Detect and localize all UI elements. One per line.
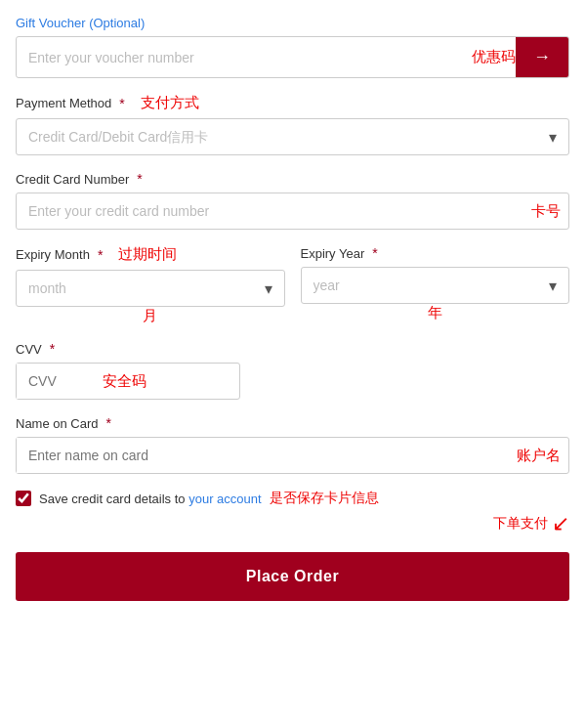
arrow-icon: ↙	[552, 511, 569, 536]
credit-card-number-label: Credit Card Number	[16, 172, 129, 187]
cvv-label: CVV	[16, 342, 42, 357]
expiry-year-wrapper: year 202420252026 202720282029 203020312…	[301, 267, 570, 322]
voucher-submit-button[interactable]: →	[516, 37, 568, 77]
name-on-card-section: Name on Card * 账户名	[16, 415, 569, 474]
expiry-year-label: Expiry Year	[301, 246, 365, 261]
payment-method-section: Payment Method * 支付方式 Credit Card/Debit …	[16, 94, 569, 155]
expiry-month-required: *	[98, 247, 103, 263]
gift-voucher-input[interactable]	[17, 40, 464, 75]
expiry-month-cn-note: 月	[16, 307, 285, 325]
expiry-year-select[interactable]: year 202420252026 202720282029 203020312…	[302, 268, 569, 303]
place-order-cn-label: 下单支付	[493, 515, 548, 533]
expiry-month-label-row: Expiry Month * 过期时间	[16, 245, 285, 264]
expiry-month-select[interactable]: month 010203 040506 070809 101112	[17, 271, 284, 306]
cvv-input-wrapper: 安全码	[16, 363, 240, 400]
place-order-button[interactable]: Place Order	[16, 552, 569, 601]
gift-voucher-cn-label: 优惠码	[472, 48, 516, 66]
cvv-required: *	[50, 341, 55, 357]
gift-voucher-input-row: 优惠码 →	[16, 36, 569, 78]
gift-voucher-optional: (Optional)	[89, 16, 145, 30]
payment-method-select-wrapper: Credit Card/Debit Card信用卡 PayPal Bank Tr…	[16, 118, 569, 155]
save-card-section: Save credit card details to your account…	[16, 490, 569, 536]
gift-voucher-title: Gift Voucher (Optional)	[16, 16, 569, 30]
save-card-label: Save credit card details to your account	[39, 492, 262, 506]
name-on-card-required: *	[106, 415, 111, 431]
expiry-month-label: Expiry Month	[16, 247, 90, 262]
save-card-cn-label: 是否保存卡片信息	[270, 490, 379, 507]
credit-card-number-cn-label: 卡号	[531, 202, 568, 221]
expiry-month-cn-label: 过期时间	[118, 245, 177, 264]
save-card-row: Save credit card details to your account…	[16, 490, 569, 507]
arrow-annotation-row: 下单支付 ↙	[16, 511, 569, 536]
name-on-card-label: Name on Card	[16, 416, 99, 431]
payment-method-cn-label: 支付方式	[141, 94, 199, 112]
cvv-input[interactable]	[17, 364, 95, 399]
expiry-section: Expiry Month * 过期时间 month 010203 040506 …	[16, 245, 569, 325]
expiry-month-select-wrapper: month 010203 040506 070809 101112 ▾	[16, 270, 285, 307]
gift-voucher-label: Gift Voucher	[16, 16, 89, 30]
expiry-year-label-row: Expiry Year *	[301, 245, 570, 261]
credit-card-number-label-row: Credit Card Number *	[16, 171, 569, 187]
expiry-year-cn-note: 年	[301, 304, 570, 322]
credit-card-number-input[interactable]	[17, 193, 523, 229]
payment-method-required: *	[119, 96, 124, 111]
payment-method-label-row: Payment Method * 支付方式	[16, 94, 569, 112]
payment-method-select[interactable]: Credit Card/Debit Card信用卡 PayPal Bank Tr…	[17, 119, 568, 154]
credit-card-number-section: Credit Card Number * 卡号	[16, 171, 569, 230]
expiry-month-wrapper: month 010203 040506 070809 101112 ▾ 月	[16, 270, 285, 325]
expiry-row: Expiry Month * 过期时间 month 010203 040506 …	[16, 245, 569, 325]
cvv-cn-label: 安全码	[95, 372, 154, 391]
save-card-checkbox[interactable]	[16, 491, 31, 506]
credit-card-number-row: 卡号	[16, 193, 569, 230]
expiry-month-col: Expiry Month * 过期时间 month 010203 040506 …	[16, 245, 285, 325]
cvv-section: CVV * 安全码	[16, 341, 569, 400]
expiry-year-required: *	[372, 245, 377, 261]
name-on-card-cn-label: 账户名	[509, 447, 568, 465]
name-on-card-label-row: Name on Card *	[16, 415, 569, 431]
name-on-card-input-row: 账户名	[16, 437, 569, 474]
credit-card-number-required: *	[137, 171, 142, 187]
name-on-card-input[interactable]	[17, 438, 509, 473]
expiry-year-col: Expiry Year * year 202420252026 20272028…	[301, 245, 570, 325]
cvv-label-row: CVV *	[16, 341, 569, 357]
save-card-link[interactable]: your account	[188, 492, 261, 506]
place-order-section: Place Order	[16, 552, 569, 601]
payment-method-label: Payment Method	[16, 96, 111, 110]
expiry-year-select-wrapper: year 202420252026 202720282029 203020312…	[301, 267, 570, 304]
gift-voucher-section: Gift Voucher (Optional) 优惠码 →	[16, 16, 569, 78]
